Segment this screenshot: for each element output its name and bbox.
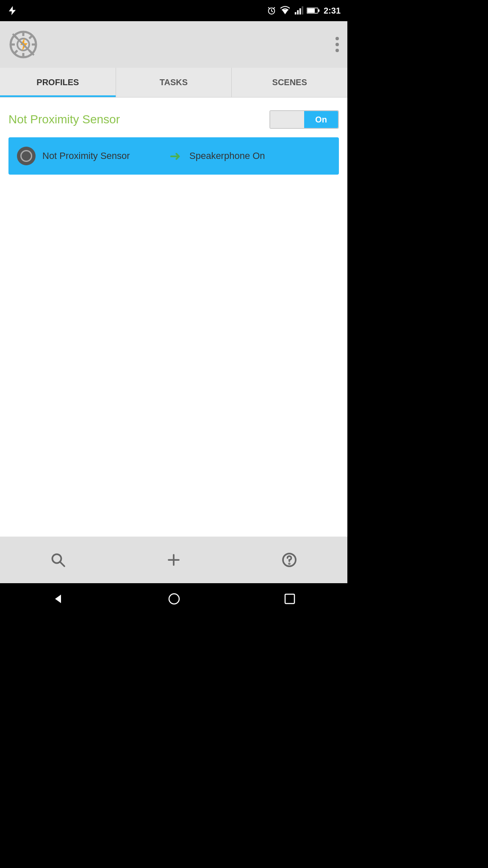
lightning-icon: [7, 5, 18, 16]
svg-point-27: [169, 594, 179, 604]
svg-rect-5: [302, 6, 303, 14]
back-button[interactable]: [52, 593, 64, 608]
profile-condition: Not Proximity Sensor: [8, 137, 165, 175]
tab-profiles[interactable]: PROFILES: [0, 68, 116, 97]
svg-line-17: [14, 50, 17, 53]
svg-marker-1: [282, 10, 288, 14]
task-label: Speakerphone On: [185, 150, 265, 161]
home-button[interactable]: [168, 593, 180, 608]
overflow-menu-button[interactable]: [336, 37, 339, 52]
wifi-icon: [280, 6, 291, 15]
status-bar-left: [7, 5, 18, 16]
tab-tasks[interactable]: TASKS: [116, 68, 232, 97]
toolbar: [0, 21, 347, 68]
app-logo: [8, 30, 38, 59]
recent-apps-button[interactable]: [284, 593, 296, 608]
content-area: Not Proximity Sensor On Not Proximity Se…: [0, 97, 347, 537]
svg-rect-4: [299, 8, 301, 15]
toggle-off-area: [270, 111, 304, 128]
profile-title: Not Proximity Sensor: [8, 113, 120, 126]
svg-rect-3: [297, 10, 299, 14]
status-bar-right: 2:31: [267, 6, 341, 16]
app-container: PROFILES TASKS SCENES Not Proximity Sens…: [0, 21, 347, 583]
add-button[interactable]: [166, 552, 181, 568]
alarm-icon: [267, 6, 276, 15]
condition-label: Not Proximity Sensor: [42, 150, 130, 161]
status-time: 2:31: [324, 6, 341, 16]
search-icon: [50, 552, 66, 568]
status-bar: 2:31: [0, 0, 347, 21]
tab-scenes[interactable]: SCENES: [232, 68, 347, 97]
bottom-bar: [0, 537, 347, 583]
profile-header: Not Proximity Sensor On: [8, 110, 339, 129]
signal-icon: [294, 6, 303, 15]
toggle-on-button[interactable]: On: [304, 111, 338, 128]
battery-icon: [307, 7, 320, 14]
svg-rect-2: [295, 12, 297, 14]
arrow-right-icon: ➜: [169, 148, 181, 164]
condition-icon: [17, 147, 36, 165]
search-button[interactable]: [50, 552, 66, 568]
svg-marker-26: [55, 595, 61, 603]
svg-rect-7: [307, 8, 315, 13]
svg-line-16: [29, 36, 32, 39]
svg-line-21: [60, 562, 64, 567]
profile-row[interactable]: Not Proximity Sensor ➜ Speakerphone On: [8, 137, 339, 175]
nav-bar: [0, 583, 347, 617]
help-button[interactable]: [282, 552, 297, 568]
svg-rect-8: [318, 9, 320, 11]
help-icon: [282, 552, 297, 568]
toggle-switch[interactable]: On: [269, 110, 339, 129]
svg-point-25: [289, 563, 290, 564]
add-icon: [166, 552, 181, 568]
svg-rect-28: [285, 594, 294, 604]
tabs: PROFILES TASKS SCENES: [0, 68, 347, 97]
